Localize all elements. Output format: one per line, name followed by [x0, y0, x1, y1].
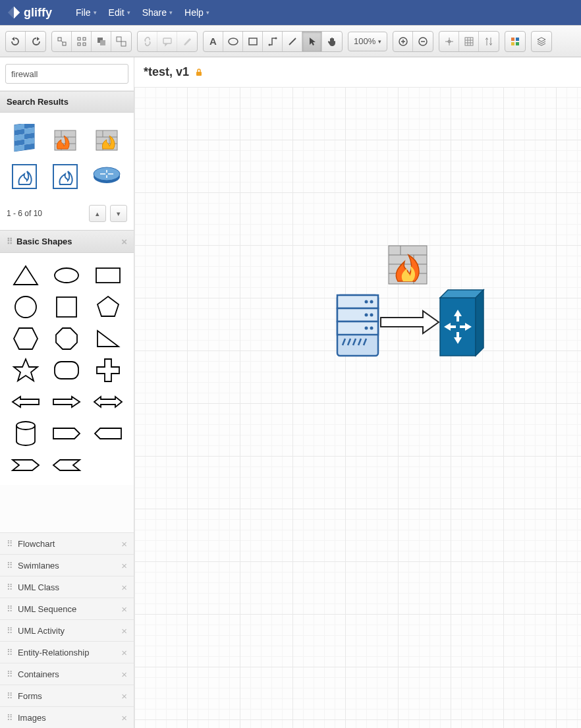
close-icon[interactable]: ×	[121, 603, 127, 615]
close-icon[interactable]: ×	[121, 712, 127, 723]
close-icon[interactable]: ×	[121, 625, 127, 636]
shape-star[interactable]	[7, 356, 44, 385]
router-node[interactable]	[437, 287, 486, 358]
library-label: UML Class	[18, 582, 59, 592]
fit-selection-button[interactable]	[52, 32, 72, 51]
logo-text: gliffy	[24, 6, 52, 20]
connector-tool-button[interactable]	[263, 32, 283, 51]
pager-next-button[interactable]: ▾	[110, 205, 127, 222]
svg-rect-7	[100, 40, 105, 45]
zoom-value: 100%	[354, 36, 375, 46]
shape-hexagon[interactable]	[7, 324, 44, 353]
canvas-area[interactable]: *test, v1	[134, 57, 581, 728]
close-icon[interactable]: ×	[121, 582, 127, 593]
firewall-node[interactable]	[385, 242, 431, 288]
shape-chevron-left[interactable]	[48, 451, 85, 480]
azure-firewall-icon[interactable]	[8, 160, 41, 193]
library-images[interactable]: ⠿ Images ×	[0, 706, 134, 728]
ellipse-tool-button[interactable]	[223, 32, 243, 51]
library-uml-class[interactable]: ⠿ UML Class ×	[0, 576, 134, 598]
firewall-fire-brick-icon[interactable]	[49, 122, 82, 155]
server-node[interactable]	[335, 293, 381, 358]
close-icon[interactable]: ×	[121, 560, 127, 571]
svg-rect-3	[83, 38, 86, 40]
router-firewall-icon[interactable]	[90, 160, 123, 193]
shape-circle[interactable]	[7, 293, 44, 322]
svg-point-14	[275, 37, 277, 39]
pager-prev-button[interactable]: ▴	[89, 205, 106, 222]
library-entity-relationship[interactable]: ⠿ Entity-Relationship ×	[0, 641, 134, 663]
group-button[interactable]	[92, 32, 111, 51]
svg-rect-41	[96, 268, 120, 283]
menu-file[interactable]: File ▾	[72, 5, 101, 20]
svg-rect-2	[78, 38, 80, 40]
shape-rounded-rect[interactable]	[48, 356, 85, 385]
shape-ellipse[interactable]	[48, 261, 85, 290]
shape-chip-right[interactable]	[48, 419, 85, 448]
firewall-fire-brick-2-icon[interactable]	[90, 122, 123, 155]
rectangle-tool-button[interactable]	[243, 32, 263, 51]
svg-point-13	[268, 43, 270, 45]
close-icon[interactable]: ×	[121, 236, 127, 247]
library-forms[interactable]: ⠿ Forms ×	[0, 685, 134, 706]
layers-button[interactable]	[532, 32, 551, 51]
azure-firewall-2-icon[interactable]	[49, 160, 82, 193]
line-tool-button[interactable]	[283, 32, 302, 51]
shape-chevron-right[interactable]	[7, 451, 44, 480]
close-icon[interactable]: ×	[121, 538, 127, 549]
library-label: Flowchart	[18, 539, 55, 549]
library-uml-sequence[interactable]: ⠿ UML Sequence ×	[0, 598, 134, 619]
sidebar: Search Results	[0, 57, 134, 728]
grid-options-group	[439, 31, 499, 52]
arrow-node[interactable]	[379, 310, 440, 335]
zoom-out-button[interactable]	[413, 32, 433, 51]
grip-icon: ⠿	[7, 626, 13, 636]
library-flowchart[interactable]: ⠿ Flowchart ×	[0, 532, 134, 554]
show-grid-button[interactable]	[459, 32, 479, 51]
shape-rectangle[interactable]	[90, 261, 126, 290]
library-uml-activity[interactable]: ⠿ UML Activity ×	[0, 619, 134, 641]
grip-icon: ⠿	[7, 539, 13, 549]
undo-button[interactable]	[6, 32, 26, 51]
menu-share[interactable]: Share ▾	[138, 5, 177, 20]
close-icon[interactable]: ×	[121, 669, 127, 680]
library-list: ⠿ Flowchart × ⠿ Swimlanes × ⠿ UML Class …	[0, 532, 134, 728]
shape-plus[interactable]	[90, 356, 126, 385]
shape-pentagon[interactable]	[90, 293, 126, 322]
snap-to-grid-button[interactable]	[439, 32, 459, 51]
shape-double-arrow[interactable]	[90, 387, 126, 416]
close-icon[interactable]: ×	[121, 647, 127, 658]
svg-point-42	[15, 296, 36, 318]
redo-button[interactable]	[26, 32, 45, 51]
menu-file-label: File	[76, 7, 91, 18]
guides-button[interactable]	[479, 32, 499, 51]
pointer-tool-button[interactable]	[302, 32, 322, 51]
shape-chip-left[interactable]	[90, 419, 126, 448]
shape-right-triangle[interactable]	[90, 324, 126, 353]
shape-right-arrow[interactable]	[48, 387, 85, 416]
hand-icon	[327, 36, 337, 47]
search-input[interactable]	[5, 64, 128, 84]
shape-triangle[interactable]	[7, 261, 44, 290]
basic-shapes-grid	[0, 253, 134, 485]
pan-tool-button[interactable]	[322, 32, 342, 51]
menu-help[interactable]: Help ▾	[180, 5, 213, 20]
zoom-select[interactable]: 100% ▾	[348, 32, 387, 51]
distribute-button[interactable]	[72, 32, 92, 51]
text-tool-button[interactable]: A	[204, 32, 223, 51]
library-swimlanes[interactable]: ⠿ Swimlanes ×	[0, 554, 134, 576]
main: Search Results	[0, 57, 581, 728]
basic-shapes-header[interactable]: ⠿ Basic Shapes ×	[0, 230, 134, 253]
close-icon[interactable]: ×	[121, 690, 127, 702]
library-containers[interactable]: ⠿ Containers ×	[0, 663, 134, 685]
theme-button[interactable]	[505, 32, 525, 51]
firewall-brick-icon[interactable]	[8, 122, 41, 155]
shape-octagon[interactable]	[48, 324, 85, 353]
menu-edit[interactable]: Edit ▾	[105, 5, 134, 20]
shape-left-arrow[interactable]	[7, 387, 44, 416]
ungroup-button[interactable]	[111, 32, 131, 51]
zoom-in-button[interactable]	[393, 32, 413, 51]
layers-icon	[536, 36, 547, 47]
shape-square[interactable]	[48, 293, 85, 322]
shape-cylinder[interactable]	[7, 419, 44, 448]
